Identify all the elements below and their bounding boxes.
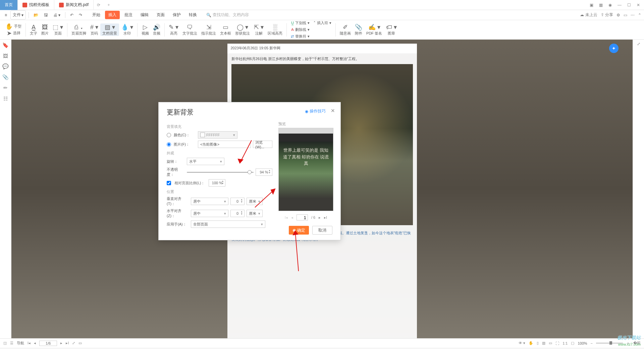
color-dropdown[interactable]: FFFFFF▾ [198,131,237,139]
settings-icon[interactable]: ⚙ [616,13,620,17]
rb-sign[interactable]: ✍ ▾PDF 签名 [364,23,384,36]
hunit[interactable]: 厘米▾ [247,210,263,217]
tab-document[interactable]: 新闻文档.pdf [54,0,94,10]
sb-prev-icon[interactable]: ◂ [34,341,36,345]
tab-template[interactable]: 找稻壳模板 [18,0,54,10]
hamburger-icon[interactable]: ≡ [3,11,9,19]
scale-value[interactable]: 100 %▲▼ [209,179,225,187]
sb-view4-icon[interactable]: ⛶ [555,341,559,345]
sb-next-icon[interactable]: ▸ [60,341,62,345]
rb-image[interactable]: 🖼图片 [39,23,51,36]
cancel-button[interactable]: 取消 [312,226,332,235]
scale-checkbox[interactable] [167,181,171,185]
share-button[interactable]: ⇪ 分享 [601,12,613,18]
rb-audio[interactable]: 🔊音频 [151,23,162,36]
shape-icon[interactable]: ✏ [3,85,8,91]
tab-protect[interactable]: 保护 [169,11,184,19]
rb-highlight[interactable]: ✎ ▾高亮 [167,23,180,36]
valign-dropdown[interactable]: 居中▾ [191,198,228,205]
apply-dropdown[interactable]: 全部页面▾ [191,220,265,228]
sb-view2-icon[interactable]: ▥ [542,341,545,345]
sb-nav-icon[interactable]: ☰ [10,341,13,345]
rb-pointnote[interactable]: ⇲指示批注 [199,23,218,36]
cloud-status[interactable]: ☁ 未上云 [580,12,597,18]
undo-icon[interactable]: ↶ [68,11,75,19]
nav-first-icon[interactable]: I◂ [285,215,288,220]
tab-sync-icon[interactable]: ⟳ [94,3,104,7]
rotate-dropdown[interactable]: 水平▾ [187,158,224,165]
sb-fitpage-icon[interactable]: ▢ [571,341,574,345]
sb-fit2-icon[interactable]: ▭ [78,341,82,345]
voffset[interactable]: 0▲▼ [230,198,245,205]
nav-next-icon[interactable]: ▸ [319,215,321,220]
rb-video[interactable]: ▷视频 [140,23,151,36]
redo-icon[interactable]: ↷ [77,11,84,19]
zoom-out-icon[interactable]: − [591,341,593,345]
tab-add[interactable]: ＋ [104,2,114,8]
halign-dropdown[interactable]: 居中▾ [191,210,228,217]
sb-1to1-icon[interactable]: 1:1 [562,341,568,345]
maximize-icon[interactable]: ☐ [626,3,632,7]
opacity-slider[interactable] [187,172,254,173]
rb-shapenote[interactable]: ◯ ▾形状批注 [233,23,252,36]
rb-underline[interactable]: U̲ 下划线 ▾ [289,20,312,26]
select-tool[interactable]: ➤选择 [3,30,23,36]
nav-prev-icon[interactable]: ◂ [291,215,293,220]
radio-image[interactable] [167,142,171,147]
attach-icon[interactable]: 📎 [2,74,9,80]
more-icon[interactable]: ⋯ [631,13,635,17]
dialog-help[interactable]: ◉ 操作技巧 [305,108,326,114]
tab-insert[interactable]: 插入 [105,11,120,19]
hand-tool[interactable]: ✋手型 [3,23,23,30]
rb-areahl[interactable]: ░区域高亮 [266,23,284,36]
layers-icon[interactable]: ☷ [3,96,8,102]
rb-text[interactable]: A̲文字 [28,23,39,36]
tab-home[interactable]: 首页 [0,0,18,10]
tab-page[interactable]: 页面 [153,11,168,19]
sb-page[interactable]: 1/6 [39,341,57,346]
search-box[interactable]: 🔍 查找功能、文档内容 [206,12,249,18]
rb-note[interactable]: ⇱ ▾注解 [252,23,266,36]
apps-icon[interactable]: ▦ [598,3,604,7]
preview-page-input[interactable] [297,214,308,220]
rb-strike[interactable]: A̶ 删除线 ▾ [289,27,312,33]
layout-icon[interactable]: ▣ [588,3,594,7]
sb-view3-icon[interactable]: ▭ [549,341,552,345]
window-icon[interactable]: ▭ [624,13,627,17]
minimize-icon[interactable]: — [616,3,623,7]
sb-hand-icon[interactable]: ✋ [529,341,533,345]
collapse-icon[interactable]: ⌃ [638,13,641,17]
vunit[interactable]: 厘米▾ [247,198,263,205]
tab-start[interactable]: 开始 [89,11,104,19]
opacity-value[interactable]: 94 %▲▼ [256,168,272,176]
sb-last-icon[interactable]: ▸I [66,341,69,345]
radio-color[interactable] [167,133,171,137]
panel-toggle-icon[interactable]: ⤢ [637,42,640,46]
sb-panel-icon[interactable]: ◫ [3,341,7,345]
open-icon[interactable]: 📂 [32,11,41,19]
image-field[interactable]: <当前图像> [198,141,251,148]
thumb-icon[interactable]: 🖼 [3,53,8,59]
tab-edit[interactable]: 编辑 [137,11,152,19]
sb-first-icon[interactable]: I◂ [28,341,31,345]
save-icon[interactable]: 🖫 [42,11,50,19]
sb-fit-icon[interactable]: ⤢ [72,341,75,345]
rb-attach[interactable]: 📎附件 [353,23,364,36]
ok-button[interactable]: ◉ 确定 [289,226,309,235]
hoffset[interactable]: 0▲▼ [230,210,245,217]
bookmark-icon[interactable]: 🔖 [2,42,9,48]
assistant-fab[interactable]: ✦ [609,44,619,53]
rb-watermark[interactable]: 💧 ▾水印 [119,23,135,36]
sb-nav-label[interactable]: 导航 [17,341,24,346]
browse-button[interactable]: 浏览(W)... [253,141,272,148]
tab-annot[interactable]: 批注 [121,11,136,19]
comment-icon[interactable]: 💬 [2,63,9,69]
tab-convert[interactable]: 转换 [185,11,200,19]
rb-docbg[interactable]: ▨ ▾文档背景 [100,23,119,36]
nav-last-icon[interactable]: ▸I [324,215,327,220]
rb-replace[interactable]: ⇄ 替换符 ▾ [289,34,312,40]
print-icon[interactable]: 🖨 ▾ [51,11,62,19]
rb-headerfooter[interactable]: ⎙ ▾页眉页脚 [69,23,88,36]
rb-page[interactable]: ⬚ ▾页面 [51,23,65,36]
rb-freedraw[interactable]: ✐随意画 [338,23,353,36]
